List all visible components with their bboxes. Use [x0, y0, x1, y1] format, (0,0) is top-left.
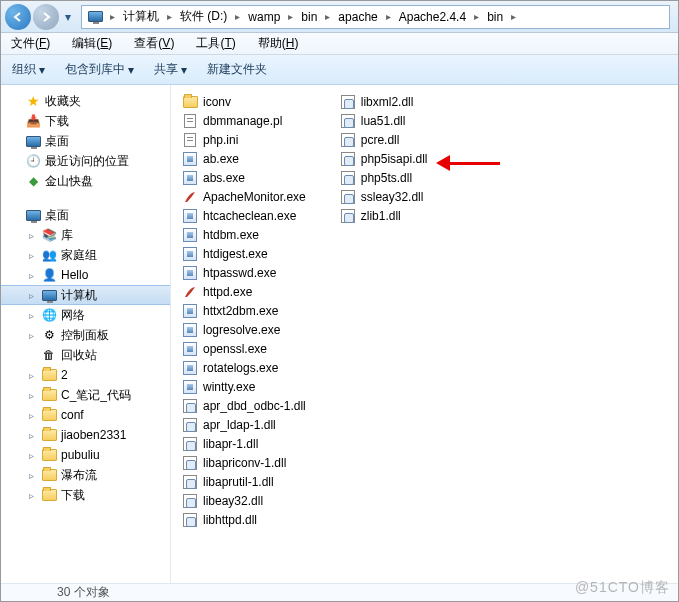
breadcrumb-item[interactable]: wamp	[244, 10, 284, 24]
file-item[interactable]: apr_dbd_odbc-1.dll	[177, 397, 311, 415]
share-button[interactable]: 共享 ▾	[151, 58, 190, 81]
file-item[interactable]: httxt2dbm.exe	[177, 302, 311, 320]
file-item[interactable]: rotatelogs.exe	[177, 359, 311, 377]
chevron-right-icon[interactable]: ▸	[231, 11, 244, 22]
folder-icon	[41, 487, 57, 503]
file-name: htpasswd.exe	[203, 266, 276, 280]
chevron-right-icon[interactable]: ▸	[106, 11, 119, 22]
file-list: iconvdbmmanage.plphp.iniab.exeabs.exeApa…	[171, 85, 678, 583]
dll-icon	[340, 94, 356, 110]
sidebar-item[interactable]: ▹pubuliu	[1, 445, 170, 465]
sidebar-item[interactable]: ▹⚙控制面板	[1, 325, 170, 345]
file-name: libaprutil-1.dll	[203, 475, 274, 489]
download-icon: 📥	[25, 113, 41, 129]
sidebar-item[interactable]: ▹🌐网络	[1, 305, 170, 325]
star-icon: ★	[25, 93, 41, 109]
file-item[interactable]: ApacheMonitor.exe	[177, 188, 311, 206]
organize-button[interactable]: 组织 ▾	[9, 58, 48, 81]
sidebar-item[interactable]: 📥下载	[1, 111, 170, 131]
sidebar-desktop[interactable]: 桌面	[1, 205, 170, 225]
breadcrumb-item[interactable]: bin	[483, 10, 507, 24]
sidebar-item[interactable]: ▹2	[1, 365, 170, 385]
menu-help[interactable]: 帮助(H)	[254, 33, 303, 54]
dll-icon	[182, 512, 198, 528]
file-item[interactable]: libhttpd.dll	[177, 511, 311, 529]
file-item[interactable]: ab.exe	[177, 150, 311, 168]
history-dropdown[interactable]: ▾	[61, 7, 75, 27]
file-item[interactable]: htpasswd.exe	[177, 264, 311, 282]
menu-view[interactable]: 查看(V)	[130, 33, 178, 54]
dll-icon	[340, 189, 356, 205]
sidebar-item[interactable]: ▹📚库	[1, 225, 170, 245]
file-item[interactable]: libapriconv-1.dll	[177, 454, 311, 472]
breadcrumb-item[interactable]: Apache2.4.4	[395, 10, 470, 24]
file-item[interactable]: libeay32.dll	[177, 492, 311, 510]
file-item[interactable]: logresolve.exe	[177, 321, 311, 339]
file-name: wintty.exe	[203, 380, 255, 394]
menu-file[interactable]: 文件(F)	[7, 33, 54, 54]
file-item[interactable]: pcre.dll	[335, 131, 433, 149]
breadcrumb[interactable]: ▸ 计算机 ▸ 软件 (D:) ▸ wamp ▸ bin ▸ apache ▸ …	[81, 5, 670, 29]
ini-icon	[182, 132, 198, 148]
file-item[interactable]: ssleay32.dll	[335, 188, 433, 206]
sidebar-favorites[interactable]: ★收藏夹	[1, 91, 170, 111]
file-item[interactable]: php.ini	[177, 131, 311, 149]
dll-icon	[182, 398, 198, 414]
file-item[interactable]: libapr-1.dll	[177, 435, 311, 453]
file-item[interactable]: libxml2.dll	[335, 93, 433, 111]
file-item[interactable]: httpd.exe	[177, 283, 311, 301]
file-item[interactable]: abs.exe	[177, 169, 311, 187]
sidebar-item[interactable]: 🗑回收站	[1, 345, 170, 365]
file-name: apr_dbd_odbc-1.dll	[203, 399, 306, 413]
file-name: zlib1.dll	[361, 209, 401, 223]
file-item[interactable]: dbmmanage.pl	[177, 112, 311, 130]
sidebar-item[interactable]: ▹下载	[1, 485, 170, 505]
chevron-right-icon[interactable]: ▸	[163, 11, 176, 22]
sidebar: ★收藏夹 📥下载 桌面 🕘最近访问的位置 ◆金山快盘 桌面 ▹📚库 ▹👥家庭组 …	[1, 85, 171, 583]
sidebar-item[interactable]: ◆金山快盘	[1, 171, 170, 191]
back-button[interactable]	[5, 4, 31, 30]
sidebar-item[interactable]: ▹瀑布流	[1, 465, 170, 485]
sidebar-item[interactable]: ▹👥家庭组	[1, 245, 170, 265]
file-item[interactable]: htcacheclean.exe	[177, 207, 311, 225]
file-item[interactable]: openssl.exe	[177, 340, 311, 358]
folder-icon	[182, 94, 198, 110]
file-item[interactable]: libaprutil-1.dll	[177, 473, 311, 491]
menu-tools[interactable]: 工具(T)	[192, 33, 239, 54]
include-button[interactable]: 包含到库中 ▾	[62, 58, 137, 81]
file-item[interactable]: php5ts.dll	[335, 169, 433, 187]
chevron-right-icon[interactable]: ▸	[382, 11, 395, 22]
file-name: logresolve.exe	[203, 323, 280, 337]
file-item[interactable]: wintty.exe	[177, 378, 311, 396]
file-item[interactable]: iconv	[177, 93, 311, 111]
sidebar-item[interactable]: ▹C_笔记_代码	[1, 385, 170, 405]
breadcrumb-item[interactable]: 计算机	[119, 8, 163, 25]
folder-icon	[41, 467, 57, 483]
sidebar-item[interactable]: 🕘最近访问的位置	[1, 151, 170, 171]
file-item[interactable]: apr_ldap-1.dll	[177, 416, 311, 434]
breadcrumb-item[interactable]: bin	[297, 10, 321, 24]
menu-edit[interactable]: 编辑(E)	[68, 33, 116, 54]
file-item[interactable]: php5isapi.dll	[335, 150, 433, 168]
file-item[interactable]: htdbm.exe	[177, 226, 311, 244]
file-name: htdigest.exe	[203, 247, 268, 261]
file-item[interactable]: zlib1.dll	[335, 207, 433, 225]
file-name: libapriconv-1.dll	[203, 456, 286, 470]
sidebar-item[interactable]: 桌面	[1, 131, 170, 151]
chevron-right-icon[interactable]: ▸	[470, 11, 483, 22]
file-name: libapr-1.dll	[203, 437, 258, 451]
sidebar-item[interactable]: ▹jiaoben2331	[1, 425, 170, 445]
chevron-right-icon[interactable]: ▸	[321, 11, 334, 22]
chevron-right-icon[interactable]: ▸	[507, 11, 520, 22]
file-item[interactable]: htdigest.exe	[177, 245, 311, 263]
file-item[interactable]: lua51.dll	[335, 112, 433, 130]
dll-icon	[182, 493, 198, 509]
exe-icon	[182, 208, 198, 224]
new-folder-button[interactable]: 新建文件夹	[204, 58, 270, 81]
sidebar-item[interactable]: ▹conf	[1, 405, 170, 425]
sidebar-item[interactable]: ▹👤Hello	[1, 265, 170, 285]
chevron-right-icon[interactable]: ▸	[284, 11, 297, 22]
sidebar-item-computer[interactable]: ▹计算机	[1, 285, 170, 305]
breadcrumb-item[interactable]: 软件 (D:)	[176, 8, 231, 25]
breadcrumb-item[interactable]: apache	[334, 10, 381, 24]
